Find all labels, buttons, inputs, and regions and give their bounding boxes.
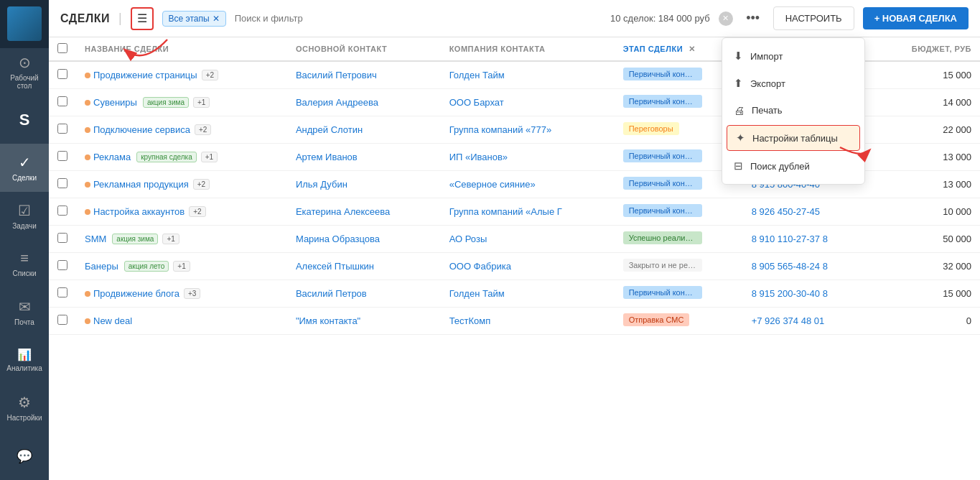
phone-link[interactable]: 8 926 450-27-45	[752, 206, 820, 217]
row-checkbox[interactable]	[57, 124, 67, 134]
deal-name-link[interactable]: Подключение сервиса	[93, 124, 190, 135]
deal-name-link[interactable]: SMM	[85, 234, 106, 244]
company-link[interactable]: Голден Тайм	[449, 288, 505, 299]
select-all-checkbox[interactable]	[57, 43, 67, 53]
deal-name-link[interactable]: New deal	[93, 315, 132, 326]
contact-link[interactable]: Алексей Птышкин	[296, 261, 374, 272]
sidebar: ⊙ Рабочийстол S ✓ Сделки ☑ Задачи ≡ Спис…	[0, 0, 49, 480]
budget-value: 14 000	[943, 97, 971, 108]
row-checkbox[interactable]	[57, 233, 67, 243]
deal-tag-plus[interactable]: +1	[201, 152, 218, 162]
budget-value: 32 000	[943, 261, 971, 272]
budget-value: 13 000	[943, 152, 971, 162]
row-checkbox[interactable]	[57, 96, 67, 106]
contact-link[interactable]: Василий Петрович	[296, 70, 377, 80]
contact-link[interactable]: Андрей Слотин	[296, 124, 363, 135]
dropdown-find-duplicates[interactable]: ⊟ Поиск дублей	[722, 152, 864, 180]
deal-tag-plus[interactable]: +1	[193, 97, 210, 108]
new-deal-button[interactable]: + НОВАЯ СДЕЛКА	[863, 7, 969, 29]
deal-name-link[interactable]: Продвижение блога	[93, 288, 179, 299]
deal-name-link[interactable]: Реклама	[93, 152, 131, 162]
contact-link[interactable]: Артем Иванов	[296, 152, 358, 162]
dashboard-icon: ⊙	[19, 54, 31, 71]
sidebar-item-dashboard[interactable]: ⊙ Рабочийстол	[0, 48, 49, 96]
phone-link[interactable]: 8 910 110-27-37 8	[752, 234, 828, 244]
col-stage-close[interactable]: ✕	[689, 45, 696, 53]
search-input[interactable]	[235, 13, 414, 24]
deal-tag-plus[interactable]: +1	[173, 261, 190, 272]
deal-tag-plus[interactable]: +1	[162, 234, 179, 244]
clear-filter-button[interactable]: ✕	[719, 11, 733, 26]
row-checkbox[interactable]	[57, 69, 67, 79]
deal-name-link[interactable]: Настройка аккаунтов	[93, 206, 185, 217]
company-link[interactable]: «Северное сияние»	[449, 179, 536, 190]
dropdown-table-settings-label: Настройки таблицы	[752, 133, 838, 144]
table-row: SMMакция зима+1Марина ОбразцоваАО РозыУс…	[49, 226, 980, 253]
phone-link[interactable]: +7 926 374 48 01	[752, 315, 825, 326]
deal-dot	[85, 209, 90, 215]
dropdown-print[interactable]: 🖨 Печать	[722, 97, 864, 124]
deal-tag: акция зима	[112, 234, 158, 244]
mail-icon: ✉	[19, 298, 31, 315]
sidebar-item-crm[interactable]: S	[0, 96, 49, 144]
contact-link[interactable]: Валерия Андреева	[296, 97, 378, 108]
stage-badge: Первичный конта...	[623, 149, 702, 162]
row-checkbox[interactable]	[57, 260, 67, 270]
filter-tag-all-stages[interactable]: Все этапы ✕	[162, 11, 226, 27]
more-options-button[interactable]: •••	[742, 7, 765, 30]
print-icon: 🖨	[734, 104, 745, 116]
company-link[interactable]: ИП «Иванов»	[449, 152, 508, 162]
sidebar-item-deals[interactable]: ✓ Сделки	[0, 144, 49, 192]
sidebar-item-settings[interactable]: ⚙ Настройки	[0, 384, 49, 432]
phone-link[interactable]: 8 905 565-48-24 8	[752, 261, 828, 272]
deal-name-link[interactable]: Банеры	[85, 261, 118, 272]
deal-tag-plus[interactable]: +2	[189, 206, 205, 217]
contact-link[interactable]: Марина Образцова	[296, 234, 380, 244]
deal-tag-plus[interactable]: +2	[202, 70, 218, 80]
dropdown-table-settings[interactable]: ✦ Настройки таблицы	[727, 125, 860, 151]
company-link[interactable]: ООО Фабрика	[449, 261, 511, 272]
row-checkbox[interactable]	[57, 315, 67, 325]
company-link[interactable]: ООО Бархат	[449, 97, 504, 108]
customize-button[interactable]: НАСТРОИТЬ	[773, 6, 854, 30]
contact-link[interactable]: "Имя контакта"	[296, 315, 360, 326]
company-link[interactable]: Группа компаний «Алые Г	[449, 206, 562, 217]
sidebar-item-support[interactable]: 💬	[0, 432, 49, 480]
filter-tag-close[interactable]: ✕	[213, 14, 220, 24]
budget-value: 22 000	[943, 124, 971, 135]
sidebar-item-analytics[interactable]: 📊 Аналитика	[0, 336, 49, 384]
dropdown-import[interactable]: ⬇ Импорт	[722, 42, 864, 70]
dropdown-export-label: Экспорт	[750, 78, 785, 89]
col-budget: БЮДЖЕТ, РУБ	[877, 37, 980, 61]
contact-link[interactable]: Екатерина Алексеева	[296, 206, 390, 217]
sidebar-item-tasks[interactable]: ☑ Задачи	[0, 192, 49, 240]
company-link[interactable]: ТестКомп	[449, 315, 491, 326]
row-checkbox[interactable]	[57, 151, 67, 161]
company-link[interactable]: АО Розы	[449, 234, 487, 244]
header: СДЕЛКИ | ☰ Все этапы ✕ 10 сделок: 184 00…	[49, 0, 980, 37]
row-checkbox[interactable]	[57, 287, 67, 297]
dropdown-export[interactable]: ⬆ Экспорт	[722, 70, 864, 97]
sidebar-item-mail[interactable]: ✉ Почта	[0, 288, 49, 336]
phone-link[interactable]: 8 915 200-30-40 8	[752, 288, 828, 299]
row-checkbox[interactable]	[57, 178, 67, 188]
budget-value: 10 000	[943, 206, 971, 217]
company-link[interactable]: Группа компаний «777»	[449, 124, 552, 135]
contact-link[interactable]: Василий Петров	[296, 288, 367, 299]
contact-link[interactable]: Илья Дубин	[296, 179, 347, 190]
deal-name-link[interactable]: Продвижение страницы	[93, 70, 197, 80]
deal-name-link[interactable]: Сувениры	[93, 97, 137, 108]
deal-name-link[interactable]: Рекламная продукция	[93, 179, 189, 190]
dropdown-duplicates-label: Поиск дублей	[750, 161, 810, 172]
company-link[interactable]: Голден Тайм	[449, 70, 505, 80]
stage-badge: Первичный конта...	[623, 177, 702, 190]
lists-icon: ≡	[20, 250, 29, 267]
menu-button[interactable]: ☰	[131, 7, 154, 30]
divider: |	[118, 11, 122, 26]
deal-tag-plus[interactable]: +2	[195, 124, 211, 135]
sidebar-item-lists[interactable]: ≡ Списки	[0, 240, 49, 288]
row-checkbox[interactable]	[57, 206, 67, 216]
deal-tag-plus[interactable]: +2	[193, 179, 210, 190]
deal-tag-plus[interactable]: +3	[184, 288, 200, 299]
deal-dot	[85, 73, 90, 78]
